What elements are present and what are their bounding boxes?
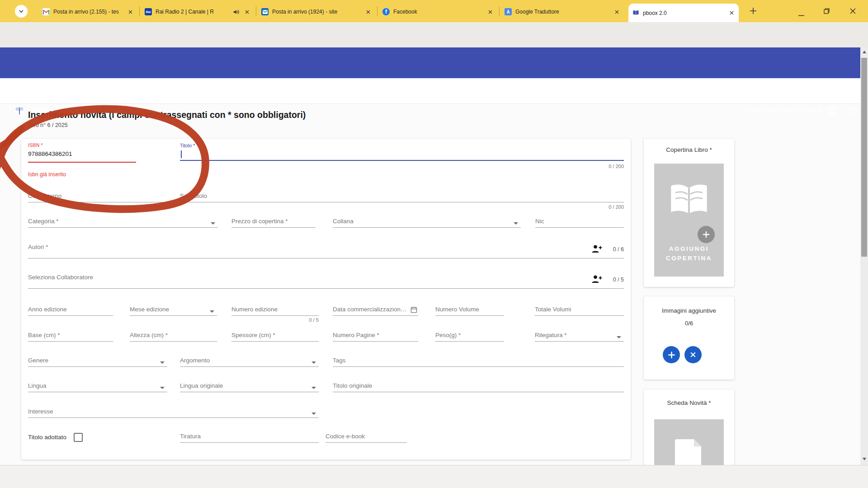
- tab-close-icon[interactable]: [243, 8, 250, 15]
- field-prezzo-copertina[interactable]: Prezzo di copertina *: [231, 218, 316, 228]
- field-sottotitolo[interactable]: Sottotitolo: [180, 192, 624, 202]
- field-spessore-cm[interactable]: Spessore (cm) *: [231, 332, 319, 342]
- underline: [180, 366, 319, 367]
- scrollbar-up-arrow[interactable]: [863, 51, 866, 53]
- field-numero-volume[interactable]: Numero Volume: [435, 306, 504, 316]
- tab-pboox-active[interactable]: pboox 2.0: [628, 4, 739, 22]
- tab-close-icon[interactable]: [613, 8, 620, 15]
- tab-webmail[interactable]: Posta in arrivo (1924) - site: [258, 4, 375, 20]
- clear-images-button[interactable]: [684, 346, 702, 363]
- field-lingua-originale[interactable]: Lingua originale: [180, 382, 319, 392]
- field-mese-edizione[interactable]: Mese edizione: [130, 306, 217, 316]
- isbn-value[interactable]: 9788864386201: [28, 150, 136, 157]
- titolo-adottato-label: Titolo adottato: [28, 434, 66, 441]
- scheda-placeholder[interactable]: [654, 419, 724, 465]
- tab-close-icon[interactable]: [364, 8, 372, 15]
- underline: [333, 341, 418, 342]
- scrollbar-thumb[interactable]: [861, 58, 867, 257]
- document-icon: [675, 439, 703, 465]
- field-categoria[interactable]: Categoria *: [28, 218, 218, 228]
- field-collaboratore[interactable]: Seleziona Collaboratore: [28, 274, 624, 289]
- dropdown-arrow-icon: [514, 222, 518, 225]
- account-email[interactable]: info@editricezona.it: [766, 107, 822, 113]
- field-numero-edizione[interactable]: Numero edizione: [231, 306, 319, 316]
- spessore-label: Spessore (cm) *: [231, 332, 319, 338]
- field-tiratura[interactable]: Tiratura: [180, 433, 319, 443]
- field-altezza-cm[interactable]: Altezza (cm) *: [130, 332, 217, 342]
- dropdown-arrow-icon: [311, 387, 316, 389]
- scrollbar-down-arrow[interactable]: [863, 458, 866, 460]
- tab-facebook[interactable]: f Facebook: [379, 4, 497, 20]
- underline: [28, 258, 624, 258]
- window-close-button[interactable]: [850, 8, 856, 16]
- field-titolo[interactable]: Titolo *: [180, 143, 624, 161]
- field-base-cm[interactable]: Base (cm) *: [28, 332, 113, 342]
- underline: [535, 315, 624, 316]
- account-icon[interactable]: [826, 105, 837, 117]
- altezza-label: Altezza (cm) *: [130, 332, 217, 338]
- cover-card-title: Copertina Libro *: [644, 146, 734, 153]
- field-tags[interactable]: Tags: [333, 357, 624, 367]
- field-nic[interactable]: Nic: [535, 218, 624, 228]
- lingua-originale-label: Lingua originale: [180, 382, 319, 389]
- calendar-icon[interactable]: [410, 306, 417, 315]
- titolo-underline: [180, 160, 624, 161]
- field-titolo-originale[interactable]: Titolo originale: [333, 382, 624, 392]
- tab-close-icon[interactable]: [728, 9, 735, 17]
- field-genere[interactable]: Genere: [28, 357, 167, 367]
- field-autori[interactable]: Autori *: [28, 244, 624, 258]
- peso-label: Peso(g) *: [435, 332, 504, 338]
- field-isbn[interactable]: ISBN * 9788864386201: [28, 142, 136, 163]
- dropdown-arrow-icon: [311, 361, 316, 364]
- tab-title: Google Traduttore: [515, 9, 609, 15]
- tab-google-translate[interactable]: A Google Traduttore: [501, 4, 624, 20]
- add-image-button[interactable]: [663, 346, 680, 363]
- logout-power-icon[interactable]: [848, 105, 859, 117]
- underline: [28, 202, 167, 202]
- window-minimize-button[interactable]: [798, 10, 804, 18]
- scheda-title: Scheda Novità *: [644, 399, 734, 406]
- field-collana[interactable]: Collana: [333, 218, 521, 228]
- titolo-adottato-checkbox[interactable]: [74, 433, 83, 442]
- dropdown-arrow-icon: [160, 387, 165, 389]
- rai-favicon-icon: Rai: [145, 8, 152, 15]
- add-cover-plus-button[interactable]: [698, 226, 715, 243]
- genere-label: Genere: [28, 357, 167, 364]
- tab-search-chevron-button[interactable]: [15, 5, 28, 18]
- tab-close-icon[interactable]: [486, 8, 494, 15]
- new-tab-button[interactable]: [749, 6, 758, 17]
- field-anno-edizione[interactable]: Anno edizione: [28, 306, 113, 316]
- tab-title: Posta in arrivo (1924) - site: [272, 9, 361, 15]
- field-rilegatura[interactable]: Rilegatura *: [535, 332, 624, 342]
- tab-divider: [139, 6, 140, 16]
- field-peso[interactable]: Peso(g) *: [435, 332, 504, 342]
- field-numero-pagine[interactable]: Numero Pagine *: [333, 332, 418, 342]
- tab-divider: [499, 6, 500, 16]
- dropdown-arrow-icon: [311, 413, 316, 415]
- tab-divider: [256, 6, 256, 16]
- cover-placeholder[interactable]: AGGIUNGI COPERTINA: [654, 164, 724, 277]
- isbn-error-text: Isbn già inserito: [28, 171, 66, 178]
- field-data-commercializzazione[interactable]: Data commercializzazion…: [333, 306, 418, 316]
- field-lingua[interactable]: Lingua: [28, 382, 167, 392]
- field-cod-interno[interactable]: Cod. Interno: [28, 192, 167, 202]
- field-totale-volumi[interactable]: Totale Volumi: [535, 306, 624, 316]
- tab-audio-icon[interactable]: [233, 9, 240, 15]
- field-argomento[interactable]: Argomento: [180, 357, 319, 367]
- tab-rai-radio[interactable]: Rai Rai Radio 2 | Canale | R: [141, 4, 254, 20]
- nic-label: Nic: [535, 218, 624, 225]
- tab-gmail[interactable]: Posta in arrivo (2.155) - tes: [39, 4, 137, 20]
- underline: [180, 202, 624, 202]
- field-interesse[interactable]: Interesse: [28, 408, 319, 418]
- tab-title: pboox 2.0: [643, 10, 724, 16]
- extra-images-title: Immagini aggiuntive: [644, 307, 734, 314]
- titolo-counter: 0 / 200: [588, 164, 624, 169]
- underline: [326, 442, 407, 443]
- underline: [333, 366, 624, 367]
- field-codice-ebook[interactable]: Codice e-book: [326, 433, 407, 443]
- collaboratore-counter: 0 / 5: [588, 277, 624, 283]
- tab-close-icon[interactable]: [127, 8, 134, 15]
- window-restore-button[interactable]: [824, 8, 830, 16]
- numero-edizione-counter: 0 / 5: [283, 317, 319, 323]
- autori-label: Autori *: [28, 244, 624, 250]
